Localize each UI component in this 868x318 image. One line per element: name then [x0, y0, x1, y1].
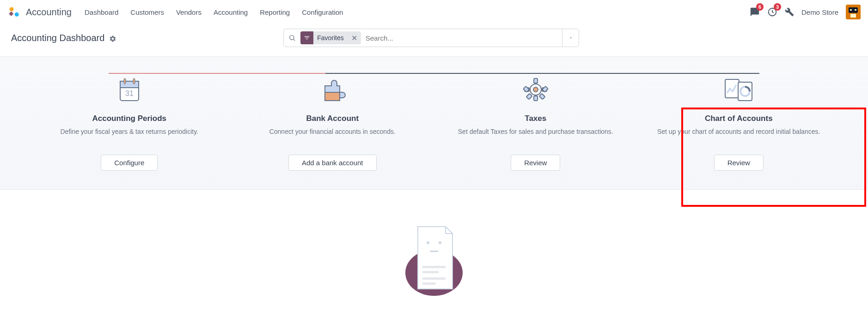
search-options-dropdown[interactable] — [562, 29, 579, 47]
search-icon — [284, 34, 300, 42]
search-input[interactable] — [364, 29, 562, 47]
nav-dashboard[interactable]: Dashboard — [85, 8, 118, 16]
svg-rect-36 — [422, 282, 435, 285]
configure-button[interactable]: Configure — [101, 155, 158, 171]
svg-point-9 — [290, 36, 294, 40]
empty-document-icon — [399, 222, 469, 296]
svg-point-2 — [15, 12, 19, 17]
filter-icon — [300, 31, 313, 44]
puzzle-icon — [316, 73, 348, 106]
nav-customers[interactable]: Customers — [130, 8, 164, 16]
onboarding-panel: 31 Accounting Periods Define your fiscal… — [0, 56, 868, 190]
page-title: Accounting Dashboard — [11, 33, 104, 43]
step-chart-of-accounts: Chart of Accounts Set up your chart of a… — [637, 73, 841, 171]
svg-rect-7 — [855, 9, 856, 11]
nav-vendors[interactable]: Vendors — [176, 8, 202, 16]
step-desc: Connect your financial accounts in secon… — [269, 127, 396, 146]
app-title[interactable]: Accounting — [26, 7, 72, 18]
svg-rect-26 — [725, 79, 739, 98]
svg-rect-18 — [534, 78, 538, 83]
step-desc: Set up your chart of accounts and record… — [657, 127, 820, 146]
activities-badge: 3 — [774, 3, 781, 11]
step-title: Accounting Periods — [92, 114, 166, 123]
chart-icon — [722, 73, 755, 106]
nav-accounting[interactable]: Accounting — [214, 8, 248, 16]
svg-rect-12 — [120, 81, 139, 88]
step-connector-2 — [325, 73, 543, 74]
filter-chip-close-icon[interactable]: ✕ — [348, 34, 361, 42]
svg-rect-24 — [539, 94, 545, 100]
step-title: Chart of Accounts — [705, 114, 773, 123]
step-desc: Set default Taxes for sales and purchase… — [458, 127, 613, 146]
step-bank-account: Bank Account Connect your financial acco… — [231, 73, 434, 171]
calendar-icon: 31 — [113, 73, 146, 106]
svg-rect-35 — [422, 277, 446, 280]
add-bank-account-button[interactable]: Add a bank account — [288, 155, 377, 171]
debug-icon[interactable] — [785, 7, 794, 17]
filter-chip-label: Favorites — [313, 34, 348, 42]
svg-rect-25 — [526, 94, 532, 100]
top-navbar: Accounting Dashboard Customers Vendors A… — [0, 0, 868, 24]
breadcrumb: Accounting Dashboard — [11, 33, 116, 43]
search-box: Favorites ✕ — [283, 29, 579, 47]
filter-chip-favorites: Favorites ✕ — [300, 31, 361, 44]
nav-configuration[interactable]: Configuration — [302, 8, 343, 16]
nav-reporting[interactable]: Reporting — [260, 8, 290, 16]
gear-icon[interactable] — [109, 34, 116, 42]
step-title: Taxes — [525, 114, 546, 123]
svg-line-10 — [293, 39, 295, 41]
review-coa-button[interactable]: Review — [714, 155, 764, 171]
activities-icon[interactable]: 3 — [767, 7, 777, 17]
svg-rect-19 — [534, 96, 538, 101]
onboarding-steps: 31 Accounting Periods Define your fiscal… — [28, 73, 840, 171]
search-container: Favorites ✕ — [283, 29, 579, 47]
app-logo-icon[interactable] — [7, 5, 21, 19]
svg-rect-32 — [430, 251, 438, 252]
review-taxes-button[interactable]: Review — [511, 155, 560, 171]
main-menu: Dashboard Customers Vendors Accounting R… — [85, 8, 750, 16]
svg-rect-34 — [422, 271, 439, 273]
nav-right: 6 3 Demo Store — [750, 5, 861, 19]
svg-point-31 — [439, 241, 441, 244]
step-taxes: Taxes Set default Taxes for sales and pu… — [434, 73, 637, 171]
control-panel: Accounting Dashboard Favorites ✕ — [0, 24, 868, 56]
avatar[interactable] — [846, 5, 861, 19]
svg-rect-8 — [850, 14, 856, 18]
svg-point-17 — [533, 87, 538, 92]
svg-rect-0 — [9, 11, 14, 16]
gear-large-icon — [520, 73, 552, 106]
user-name[interactable]: Demo Store — [801, 8, 838, 16]
svg-rect-6 — [850, 9, 852, 11]
step-desc: Define your fiscal years & tax returns p… — [60, 127, 198, 146]
empty-state — [0, 190, 868, 296]
messages-icon[interactable]: 6 — [750, 7, 760, 17]
svg-rect-13 — [124, 78, 126, 84]
svg-rect-14 — [133, 78, 135, 84]
step-title: Bank Account — [306, 114, 359, 123]
step-accounting-periods: 31 Accounting Periods Define your fiscal… — [28, 73, 231, 171]
svg-rect-33 — [422, 266, 446, 268]
svg-point-1 — [10, 7, 14, 12]
messages-badge: 6 — [756, 3, 764, 11]
svg-text:31: 31 — [125, 90, 134, 97]
svg-point-30 — [427, 241, 429, 244]
